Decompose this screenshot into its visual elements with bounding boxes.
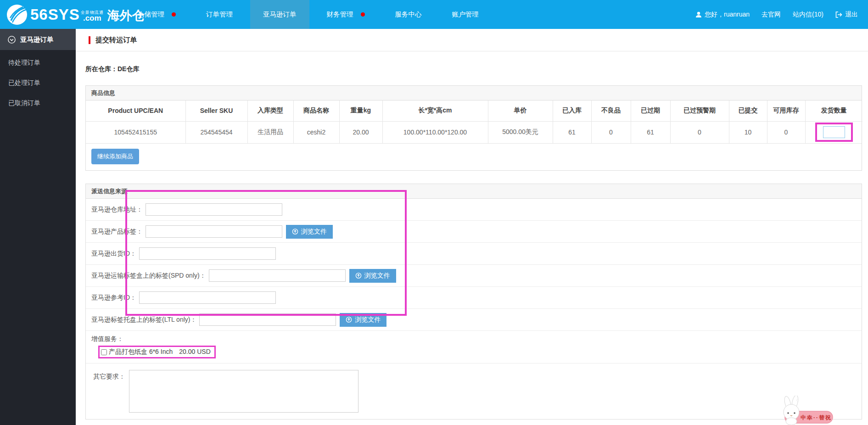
delivery-field-row: 亚马逊参考ID：: [86, 287, 862, 309]
rabbit-sticker-image: 中幸··替祝: [774, 396, 836, 425]
table-cell: 5000.00美元: [488, 121, 553, 143]
table-cell: 105452415155: [86, 121, 185, 143]
official-site-label: 去官网: [762, 11, 781, 19]
ship-qty-cell: [805, 121, 862, 143]
sidebar-item-已处理订单[interactable]: 已处理订单: [0, 73, 76, 93]
user-icon: [695, 11, 702, 18]
user-greeting-label: 您好，ruanruan: [705, 11, 750, 19]
ship-qty-input[interactable]: [823, 126, 845, 138]
browse-file-button[interactable]: 浏览文件: [340, 313, 386, 327]
nav-item-label: 账户管理: [452, 10, 479, 19]
nav-item-label: 亚马逊订单: [263, 10, 297, 19]
notification-dot: [361, 12, 365, 17]
field-label: 亚马逊运输标签盒上的标签(SPD only)：: [91, 272, 206, 280]
nav-item-账户管理[interactable]: 账户管理: [439, 0, 492, 29]
field-input-亚马逊运输标签盒上的标签(SPD only)[interactable]: [209, 269, 346, 282]
title-accent-bar: [89, 36, 90, 44]
vas-option-line: 产品打包纸盒 6*6 Inch 20.00 USD: [98, 346, 856, 358]
field-label: 亚马逊标签托盘上的标签(LTL only)：: [91, 316, 196, 324]
inbox-label: 站内信(10): [793, 11, 823, 19]
logout-icon: [835, 11, 842, 18]
upload-icon: [355, 273, 362, 279]
product-table: Product UPC/EANSeller SKU入库类型商品名称重量kg长*宽…: [86, 101, 862, 143]
top-navbar: 56SYS 全景物流通 .com 海外仓 仓储管理订单管理亚马逊订单财务管理服务…: [0, 0, 868, 29]
field-label: 亚马逊产品标签：: [91, 228, 143, 236]
table-cell: 10: [729, 121, 767, 143]
user-greeting[interactable]: 您好，ruanruan: [695, 11, 750, 19]
browse-file-label: 浏览文件: [301, 228, 327, 236]
vas-checkbox[interactable]: [101, 349, 107, 355]
upload-icon: [292, 229, 298, 235]
column-header: Seller SKU: [185, 101, 247, 121]
product-panel-footer: 继续添加商品: [86, 143, 862, 170]
column-header: 已过期: [631, 101, 670, 121]
highlight-box-ship-qty: [815, 123, 853, 142]
svg-text:中幸··替祝: 中幸··替祝: [801, 414, 832, 421]
table-cell: 254545454: [185, 121, 247, 143]
table-cell: 0: [767, 121, 805, 143]
add-product-button[interactable]: 继续添加商品: [91, 149, 139, 164]
delivery-info-panel: 派送信息来源 亚马逊仓库地址：亚马逊产品标签：浏览文件亚马逊出货ID：亚马逊运输…: [85, 184, 862, 419]
official-site-link[interactable]: 去官网: [762, 11, 781, 19]
page-title: 提交转运订单: [95, 36, 137, 45]
vas-option-label: 产品打包纸盒 6*6 Inch 20.00 USD: [109, 348, 211, 356]
column-header: Product UPC/EAN: [86, 101, 185, 121]
table-cell: 生活用品: [247, 121, 293, 143]
sidebar-item-已取消订单[interactable]: 已取消订单: [0, 93, 76, 113]
column-header: 不良品: [591, 101, 631, 121]
table-cell: 20.00: [339, 121, 382, 143]
field-label: 亚马逊仓库地址：: [91, 206, 143, 214]
field-input-亚马逊产品标签[interactable]: [146, 225, 282, 238]
sidebar-item-待处理订单[interactable]: 待处理订单: [0, 53, 76, 73]
logout-button[interactable]: 退出: [835, 11, 858, 19]
inbox-link[interactable]: 站内信(10): [793, 11, 823, 19]
product-info-panel: 商品信息 Product UPC/EANSeller SKU入库类型商品名称重量…: [85, 85, 862, 171]
delivery-fields: 亚马逊仓库地址：亚马逊产品标签：浏览文件亚马逊出货ID：亚马逊运输标签盒上的标签…: [86, 199, 862, 331]
column-header: 入库类型: [247, 101, 293, 121]
browse-file-button[interactable]: 浏览文件: [349, 269, 396, 283]
column-header: 单价: [488, 101, 553, 121]
vas-option[interactable]: 产品打包纸盒 6*6 Inch 20.00 USD: [98, 346, 216, 358]
delivery-field-row: 亚马逊出货ID：: [86, 243, 862, 265]
sidebar-header-label: 亚马逊订单: [20, 35, 54, 44]
delivery-field-row: 亚马逊产品标签：浏览文件: [86, 221, 862, 243]
form-actions: 提交 返回: [85, 419, 862, 425]
delivery-panel-title: 派送信息来源: [86, 184, 862, 199]
delivery-field-row: 亚马逊标签托盘上的标签(LTL only)：浏览文件: [86, 309, 862, 331]
nav-item-label: 财务管理: [327, 10, 353, 19]
logo-main: 56SYS: [30, 7, 80, 22]
column-header: 已入库: [553, 101, 591, 121]
field-input-亚马逊出货ID[interactable]: [139, 247, 276, 260]
rabbit-sticker: 中幸··替祝: [774, 396, 836, 425]
logo: 56SYS 全景物流通 .com 海外仓: [0, 0, 125, 29]
browse-file-label: 浏览文件: [364, 272, 390, 280]
nav-item-label: 订单管理: [206, 10, 233, 19]
field-input-亚马逊标签托盘上的标签(LTL only)[interactable]: [199, 313, 336, 326]
navbar-right: 您好，ruanruan 去官网 站内信(10) 退出: [695, 0, 868, 29]
column-header: 长*宽*高cm: [382, 101, 488, 121]
browse-file-button[interactable]: 浏览文件: [286, 225, 333, 239]
main-nav: 仓储管理订单管理亚马逊订单财务管理服务中心账户管理: [125, 0, 492, 29]
table-cell: 100.00*110.00*120.00: [382, 121, 488, 143]
nav-item-财务管理[interactable]: 财务管理: [314, 0, 378, 29]
other-requirements-textarea[interactable]: [129, 370, 358, 413]
table-cell: ceshi2: [293, 121, 339, 143]
main-content: 提交转运订单 所在仓库：DE仓库 商品信息 Product UPC/EANSel…: [76, 29, 868, 425]
other-requirements-label: 其它要求：: [93, 373, 125, 381]
notification-dot: [172, 12, 176, 17]
field-input-亚马逊参考ID[interactable]: [139, 291, 276, 304]
nav-item-仓储管理[interactable]: 仓储管理: [125, 0, 189, 29]
nav-item-亚马逊订单[interactable]: 亚马逊订单: [250, 0, 309, 29]
field-label: 亚马逊出货ID：: [91, 250, 136, 258]
column-header: 重量kg: [339, 101, 382, 121]
table-cell: 0: [591, 121, 631, 143]
nav-item-订单管理[interactable]: 订单管理: [193, 0, 246, 29]
table-cell: 61: [553, 121, 591, 143]
sidebar: 亚马逊订单 待处理订单已处理订单已取消订单: [0, 29, 76, 425]
nav-item-服务中心[interactable]: 服务中心: [382, 0, 435, 29]
field-input-亚马逊仓库地址[interactable]: [146, 203, 282, 216]
column-header: 发货数量: [805, 101, 862, 121]
column-header: 已提交: [729, 101, 767, 121]
sidebar-menu: 待处理订单已处理订单已取消订单: [0, 53, 76, 113]
sidebar-header[interactable]: 亚马逊订单: [0, 29, 76, 50]
